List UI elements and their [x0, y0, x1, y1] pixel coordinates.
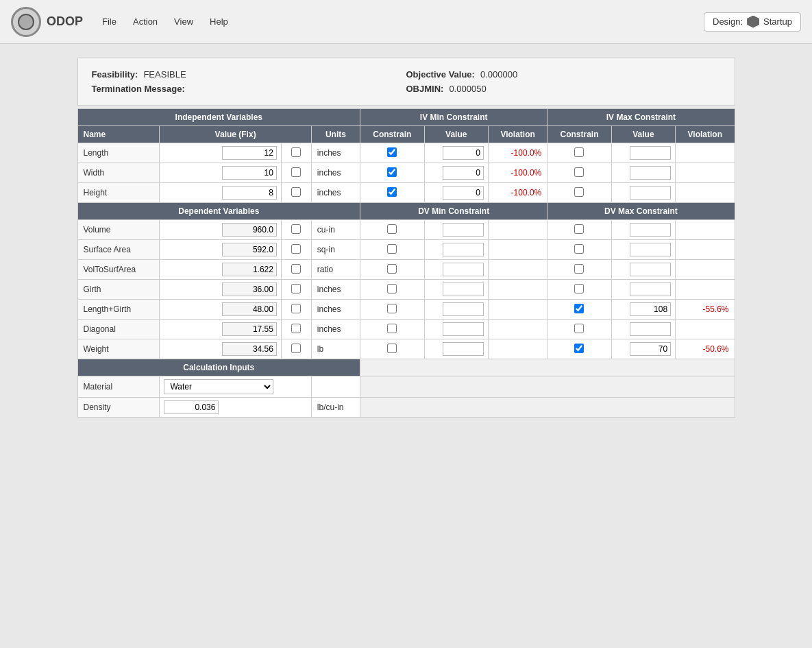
dv-value-input-5[interactable] [222, 322, 277, 336]
dv-max-value-6[interactable] [611, 339, 675, 359]
iv-min-constrain-cb-1[interactable] [387, 167, 397, 177]
dv-min-constrain-cb-3[interactable] [387, 284, 397, 293]
dv-max-constrain-cb-4[interactable] [574, 304, 584, 313]
dv-min-constrain-3[interactable] [360, 280, 424, 300]
iv-min-value-0[interactable] [424, 143, 488, 163]
iv-value-input-1[interactable] [222, 166, 277, 180]
dv-value-cell-2[interactable] [160, 260, 281, 280]
menu-view[interactable]: View [171, 15, 196, 28]
iv-fix-checkbox-2[interactable] [291, 187, 301, 197]
dv-max-val-input-6[interactable] [630, 342, 671, 356]
dv-min-constrain-2[interactable] [360, 260, 424, 280]
iv-min-constrain-1[interactable] [360, 163, 424, 183]
dv-max-val-input-4[interactable] [630, 302, 671, 316]
dv-max-constrain-cb-0[interactable] [574, 224, 584, 234]
dv-max-val-input-1[interactable] [630, 243, 671, 256]
dv-max-val-input-5[interactable] [630, 322, 671, 336]
dv-min-constrain-cb-1[interactable] [387, 244, 397, 254]
iv-fix-checkbox-1[interactable] [291, 167, 301, 177]
dv-max-value-1[interactable] [611, 240, 675, 260]
material-select[interactable]: WaterSteelAluminumWood [164, 379, 273, 394]
dv-max-value-4[interactable] [611, 300, 675, 320]
iv-max-value-0[interactable] [611, 143, 675, 163]
iv-max-val-input-0[interactable] [630, 146, 671, 160]
dv-max-constrain-3[interactable] [548, 280, 611, 300]
iv-max-constrain-cb-1[interactable] [574, 167, 584, 177]
dv-min-constrain-5[interactable] [360, 320, 424, 339]
menu-action[interactable]: Action [130, 15, 160, 28]
iv-value-cell-0[interactable] [160, 143, 281, 163]
dv-max-constrain-cb-1[interactable] [574, 244, 584, 254]
dv-value-cell-0[interactable] [160, 220, 281, 240]
iv-max-value-2[interactable] [611, 183, 675, 203]
dv-max-constrain-1[interactable] [548, 240, 611, 260]
dv-max-value-2[interactable] [611, 260, 675, 280]
dv-max-val-input-0[interactable] [630, 223, 671, 237]
dv-min-value-3[interactable] [424, 280, 488, 300]
iv-value-input-2[interactable] [222, 186, 277, 200]
dv-max-constrain-cb-2[interactable] [574, 264, 584, 274]
dv-fix-checkbox-4[interactable] [291, 304, 301, 313]
dv-min-value-4[interactable] [424, 300, 488, 320]
dv-max-constrain-2[interactable] [548, 260, 611, 280]
iv-min-constrain-2[interactable] [360, 183, 424, 203]
dv-value-input-3[interactable] [222, 283, 277, 296]
dv-min-constrain-cb-4[interactable] [387, 304, 397, 313]
iv-min-constrain-cb-0[interactable] [387, 147, 397, 157]
iv-max-constrain-cb-2[interactable] [574, 187, 584, 197]
dv-min-value-6[interactable] [424, 339, 488, 359]
dv-min-val-input-0[interactable] [443, 223, 484, 237]
dv-fix-checkbox-2[interactable] [291, 264, 301, 274]
dv-min-value-5[interactable] [424, 320, 488, 339]
dv-value-input-1[interactable] [222, 243, 277, 256]
iv-max-constrain-1[interactable] [548, 163, 611, 183]
iv-fix-cell-0[interactable] [281, 143, 311, 163]
dv-value-input-6[interactable] [222, 342, 277, 356]
dv-min-constrain-6[interactable] [360, 339, 424, 359]
dv-min-value-1[interactable] [424, 240, 488, 260]
dv-min-val-input-4[interactable] [443, 302, 484, 316]
dv-min-val-input-2[interactable] [443, 263, 484, 276]
dv-value-cell-4[interactable] [160, 300, 281, 320]
iv-value-input-0[interactable] [222, 146, 277, 160]
dv-min-constrain-cb-2[interactable] [387, 264, 397, 274]
dv-value-cell-1[interactable] [160, 240, 281, 260]
iv-max-val-input-1[interactable] [630, 166, 671, 180]
iv-value-cell-2[interactable] [160, 183, 281, 203]
dv-max-val-input-3[interactable] [630, 283, 671, 296]
dv-fix-cell-6[interactable] [281, 339, 311, 359]
iv-min-val-input-1[interactable] [443, 166, 484, 180]
iv-max-value-1[interactable] [611, 163, 675, 183]
dv-fix-checkbox-1[interactable] [291, 244, 301, 254]
dv-fix-cell-1[interactable] [281, 240, 311, 260]
dv-min-constrain-cb-6[interactable] [387, 344, 397, 353]
dv-min-val-input-5[interactable] [443, 322, 484, 336]
iv-min-constrain-0[interactable] [360, 143, 424, 163]
density-input[interactable] [164, 400, 219, 414]
iv-min-constrain-cb-2[interactable] [387, 187, 397, 197]
dv-min-value-2[interactable] [424, 260, 488, 280]
dv-fix-cell-5[interactable] [281, 320, 311, 339]
dv-fix-checkbox-6[interactable] [291, 344, 301, 353]
dv-max-val-input-2[interactable] [630, 263, 671, 276]
iv-max-constrain-0[interactable] [548, 143, 611, 163]
dv-fix-cell-2[interactable] [281, 260, 311, 280]
dv-value-cell-6[interactable] [160, 339, 281, 359]
dv-max-constrain-cb-6[interactable] [574, 344, 584, 353]
dv-value-cell-3[interactable] [160, 280, 281, 300]
dv-min-val-input-3[interactable] [443, 283, 484, 296]
dv-fix-cell-3[interactable] [281, 280, 311, 300]
dv-fix-cell-0[interactable] [281, 220, 311, 240]
dv-max-constrain-4[interactable] [548, 300, 611, 320]
calc-input-cell-0[interactable]: WaterSteelAluminumWood [160, 376, 311, 398]
iv-min-value-2[interactable] [424, 183, 488, 203]
dv-max-value-3[interactable] [611, 280, 675, 300]
dv-value-input-4[interactable] [222, 302, 277, 316]
dv-min-constrain-0[interactable] [360, 220, 424, 240]
dv-max-value-0[interactable] [611, 220, 675, 240]
dv-fix-checkbox-5[interactable] [291, 324, 301, 333]
dv-max-constrain-cb-3[interactable] [574, 284, 584, 293]
dv-value-cell-5[interactable] [160, 320, 281, 339]
menu-help[interactable]: Help [207, 15, 231, 28]
menu-file[interactable]: File [99, 15, 119, 28]
